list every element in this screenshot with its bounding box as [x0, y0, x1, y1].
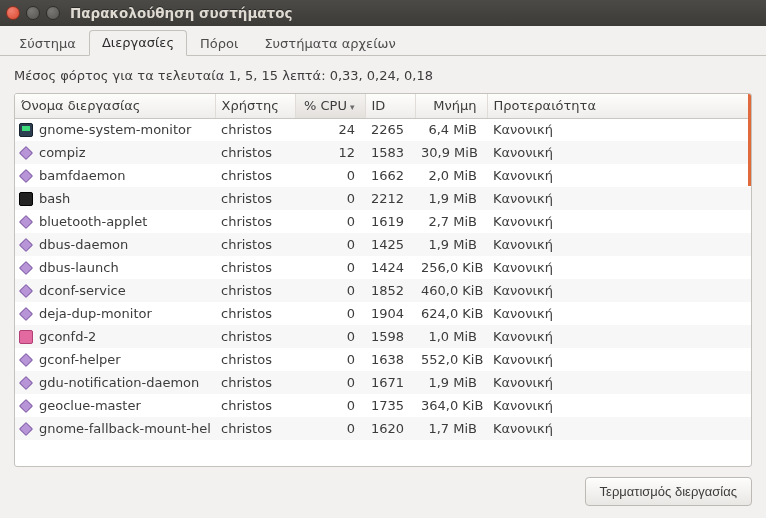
cell-mem: 364,0 KiB	[415, 394, 487, 417]
cell-user: christos	[215, 256, 295, 279]
cell-priority: Κανονική	[487, 394, 751, 417]
tab-processes[interactable]: Διεργασίες	[89, 30, 187, 56]
cell-id: 1619	[365, 210, 415, 233]
cell-cpu: 0	[295, 394, 365, 417]
table-row[interactable]: dbus-daemonchristos014251,9 MiBΚανονική	[15, 233, 751, 256]
cell-cpu: 0	[295, 233, 365, 256]
table-row[interactable]: gnome-fallback-mount-helchristos016201,7…	[15, 417, 751, 440]
table-row[interactable]: compizchristos12158330,9 MiBΚανονική	[15, 141, 751, 164]
col-name[interactable]: Όνομα διεργασίας	[15, 94, 215, 118]
sort-indicator-icon: ▾	[350, 102, 355, 112]
col-mem[interactable]: Μνήμη	[415, 94, 487, 118]
cell-mem: 2,0 MiB	[415, 164, 487, 187]
diamond-icon	[19, 146, 33, 160]
cell-cpu: 0	[295, 164, 365, 187]
table-row[interactable]: dbus-launchchristos01424256,0 KiBΚανονικ…	[15, 256, 751, 279]
cell-priority: Κανονική	[487, 256, 751, 279]
cell-priority: Κανονική	[487, 210, 751, 233]
col-id[interactable]: ID	[365, 94, 415, 118]
table-header-row: Όνομα διεργασίας Χρήστης % CPU▾ ID Μνήμη…	[15, 94, 751, 118]
content-area: Μέσος φόρτος για τα τελευταία 1, 5, 15 λ…	[0, 56, 766, 518]
table-row[interactable]: dconf-servicechristos01852460,0 KiBΚανον…	[15, 279, 751, 302]
diamond-icon	[19, 376, 33, 390]
titlebar: Παρακολούθηση συστήματος	[0, 0, 766, 26]
cell-priority: Κανονική	[487, 325, 751, 348]
process-name: bamfdaemon	[39, 168, 126, 183]
cell-user: christos	[215, 417, 295, 440]
table-row[interactable]: gdu-notification-daemonchristos016711,9 …	[15, 371, 751, 394]
process-name: dbus-daemon	[39, 237, 128, 252]
diamond-icon	[19, 399, 33, 413]
table-row[interactable]: deja-dup-monitorchristos01904624,0 KiBΚα…	[15, 302, 751, 325]
table-row[interactable]: bluetooth-appletchristos016192,7 MiBΚανο…	[15, 210, 751, 233]
cell-name: gdu-notification-daemon	[15, 371, 215, 394]
cell-id: 2265	[365, 118, 415, 141]
cell-id: 1904	[365, 302, 415, 325]
cell-mem: 2,7 MiB	[415, 210, 487, 233]
cell-name: dconf-service	[15, 279, 215, 302]
cell-user: christos	[215, 348, 295, 371]
process-name: gconf-helper	[39, 352, 121, 367]
cell-mem: 1,9 MiB	[415, 187, 487, 210]
cell-id: 1425	[365, 233, 415, 256]
tab-system[interactable]: Σύστημα	[6, 31, 89, 56]
col-user[interactable]: Χρήστης	[215, 94, 295, 118]
diamond-icon	[19, 422, 33, 436]
table-row[interactable]: geoclue-masterchristos01735364,0 KiBΚανο…	[15, 394, 751, 417]
cell-name: dbus-daemon	[15, 233, 215, 256]
cell-name: gconf-helper	[15, 348, 215, 371]
table-row[interactable]: bashchristos022121,9 MiBΚανονική	[15, 187, 751, 210]
table-row[interactable]: gnome-system-monitorchristos2422656,4 Mi…	[15, 118, 751, 141]
close-icon[interactable]	[6, 6, 20, 20]
cell-name: bluetooth-applet	[15, 210, 215, 233]
maximize-icon[interactable]	[46, 6, 60, 20]
diamond-icon	[19, 238, 33, 252]
cell-user: christos	[215, 371, 295, 394]
process-table: Όνομα διεργασίας Χρήστης % CPU▾ ID Μνήμη…	[15, 94, 751, 440]
diamond-icon	[19, 215, 33, 229]
cell-name: bash	[15, 187, 215, 210]
table-row[interactable]: gconfd-2christos015981,0 MiBΚανονική	[15, 325, 751, 348]
cell-user: christos	[215, 118, 295, 141]
cell-cpu: 0	[295, 256, 365, 279]
process-name: gnome-system-monitor	[39, 122, 191, 137]
cell-cpu: 0	[295, 210, 365, 233]
cell-id: 1620	[365, 417, 415, 440]
tab-resources[interactable]: Πόροι	[187, 31, 251, 56]
process-name: deja-dup-monitor	[39, 306, 152, 321]
cell-priority: Κανονική	[487, 302, 751, 325]
cell-id: 1662	[365, 164, 415, 187]
window-buttons	[6, 6, 60, 20]
cell-name: gnome-fallback-mount-hel	[15, 417, 215, 440]
pink-icon	[19, 330, 33, 344]
diamond-icon	[19, 353, 33, 367]
cell-priority: Κανονική	[487, 118, 751, 141]
process-name: bluetooth-applet	[39, 214, 147, 229]
cell-mem: 1,0 MiB	[415, 325, 487, 348]
cell-mem: 1,9 MiB	[415, 371, 487, 394]
cell-mem: 624,0 KiB	[415, 302, 487, 325]
cell-id: 1424	[365, 256, 415, 279]
process-name: compiz	[39, 145, 85, 160]
cell-mem: 460,0 KiB	[415, 279, 487, 302]
cell-user: christos	[215, 394, 295, 417]
table-row[interactable]: gconf-helperchristos01638552,0 KiBΚανονι…	[15, 348, 751, 371]
cell-name: deja-dup-monitor	[15, 302, 215, 325]
table-row[interactable]: bamfdaemonchristos016622,0 MiBΚανονική	[15, 164, 751, 187]
end-process-button[interactable]: Τερματισμός διεργασίας	[585, 477, 752, 506]
cell-priority: Κανονική	[487, 279, 751, 302]
tab-filesystems[interactable]: Συστήματα αρχείων	[251, 31, 408, 56]
cell-mem: 1,9 MiB	[415, 233, 487, 256]
scroll-indicator	[748, 94, 751, 186]
cell-cpu: 0	[295, 279, 365, 302]
cell-id: 1598	[365, 325, 415, 348]
cell-cpu: 12	[295, 141, 365, 164]
cell-id: 1852	[365, 279, 415, 302]
cell-name: bamfdaemon	[15, 164, 215, 187]
col-cpu[interactable]: % CPU▾	[295, 94, 365, 118]
process-name: dconf-service	[39, 283, 126, 298]
minimize-icon[interactable]	[26, 6, 40, 20]
cell-cpu: 0	[295, 302, 365, 325]
cell-priority: Κανονική	[487, 371, 751, 394]
col-priority[interactable]: Προτεραιότητα	[487, 94, 751, 118]
